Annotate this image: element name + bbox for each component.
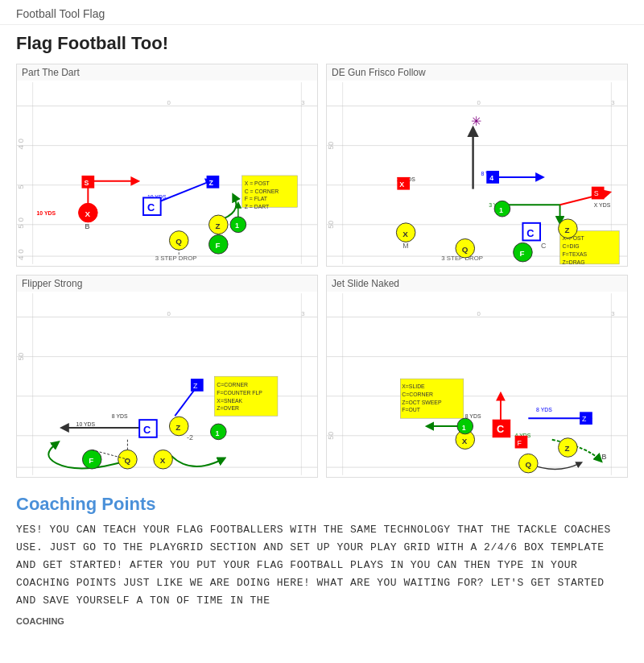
svg-text:5: 5 xyxy=(17,184,25,189)
svg-text:Q: Q xyxy=(462,245,469,254)
svg-text:50: 50 xyxy=(327,432,335,440)
svg-text:C: C xyxy=(497,423,504,435)
play-card-1: Part The Dart 4 0 5 5 0 4 0 0 3 xyxy=(16,64,318,267)
svg-text:-2: -2 xyxy=(187,433,193,441)
coaching-label: COACHING xyxy=(16,616,628,626)
svg-text:F: F xyxy=(89,456,93,465)
svg-text:X YDS: X YDS xyxy=(594,202,611,208)
svg-text:Z: Z xyxy=(564,226,569,234)
svg-text:Z: Z xyxy=(193,382,198,390)
svg-text:3 STEP DROP: 3 STEP DROP xyxy=(155,255,197,262)
svg-text:1: 1 xyxy=(499,206,503,214)
svg-text:8 YDS: 8 YDS xyxy=(112,413,128,419)
svg-text:B: B xyxy=(602,453,607,461)
play-card-4: Jet Slide Naked 0 3 50 X=SLIDE C=CORNE xyxy=(326,275,628,478)
svg-text:Z: Z xyxy=(582,415,587,423)
svg-text:X = POST: X = POST xyxy=(245,180,270,186)
svg-text:3: 3 xyxy=(301,310,305,317)
svg-text:0: 0 xyxy=(167,99,171,106)
plays-grid: Part The Dart 4 0 5 5 0 4 0 0 3 xyxy=(0,59,644,486)
svg-text:1: 1 xyxy=(235,222,239,230)
svg-text:✳: ✳ xyxy=(471,114,481,128)
svg-text:Q: Q xyxy=(124,456,130,465)
svg-text:M: M xyxy=(402,242,408,250)
svg-text:X: X xyxy=(402,230,408,238)
svg-text:X=SNEAK: X=SNEAK xyxy=(217,398,242,404)
svg-text:C = CORNER: C = CORNER xyxy=(245,189,279,194)
svg-text:X: X xyxy=(85,209,90,218)
svg-text:F=TEXAS: F=TEXAS xyxy=(563,251,588,257)
svg-text:F = FLAT: F = FLAT xyxy=(245,196,268,201)
play-title-1: Part The Dart xyxy=(17,64,317,81)
coaching-text: YES! YOU CAN TEACH YOUR FLAG FOOTBALLERS… xyxy=(16,521,628,610)
svg-text:X: X xyxy=(462,437,468,445)
play-title-2: DE Gun Frisco Follow xyxy=(327,64,627,81)
svg-text:50: 50 xyxy=(327,221,335,229)
svg-text:Z: Z xyxy=(564,444,569,453)
svg-text:C: C xyxy=(143,424,151,436)
svg-text:F=OUT: F=OUT xyxy=(402,407,420,412)
svg-text:X=SLIDE: X=SLIDE xyxy=(402,383,425,389)
svg-text:Z: Z xyxy=(209,179,214,187)
svg-text:C: C xyxy=(147,201,155,213)
field-2: 0 3 50 50 ✳ 10 YDS 8 YDS 3 YDS xyxy=(327,81,627,266)
svg-text:Z = DART: Z = DART xyxy=(245,204,270,209)
svg-text:4 0: 4 0 xyxy=(17,249,25,260)
field-4: 0 3 50 X=SLIDE C=CORNER Z=OCT SWEEP F=OU… xyxy=(327,292,627,477)
svg-text:3: 3 xyxy=(611,99,615,106)
play-card-3: Flipper Strong 0 3 50 C=CORNER F=COUNTER… xyxy=(16,275,318,478)
svg-text:C=CORNER: C=CORNER xyxy=(217,382,248,387)
svg-text:S: S xyxy=(84,179,89,187)
svg-text:10 YDS: 10 YDS xyxy=(37,210,56,216)
svg-text:3: 3 xyxy=(611,310,615,317)
header-title: Football Tool Flag xyxy=(16,7,105,20)
svg-text:1: 1 xyxy=(462,424,466,432)
svg-text:0: 0 xyxy=(167,310,171,317)
svg-text:Z=OVER: Z=OVER xyxy=(217,405,239,411)
svg-text:3: 3 xyxy=(301,99,305,106)
svg-text:8 YDS: 8 YDS xyxy=(465,413,481,419)
svg-text:X: X xyxy=(160,456,166,465)
svg-text:F: F xyxy=(518,439,522,447)
svg-text:Z: Z xyxy=(175,423,180,432)
svg-text:Z: Z xyxy=(215,222,220,230)
coaching-title: Coaching Points xyxy=(16,494,628,515)
play-card-2: DE Gun Frisco Follow 0 3 50 50 ✳ 10 YDS xyxy=(326,64,628,267)
svg-text:B: B xyxy=(85,222,89,230)
svg-text:C=CORNER: C=CORNER xyxy=(402,392,433,397)
svg-text:5 0: 5 0 xyxy=(17,218,25,229)
svg-text:50: 50 xyxy=(327,142,335,150)
field-1: 4 0 5 5 0 4 0 0 3 10 YDS X = POST C = CO… xyxy=(17,81,317,266)
svg-text:F: F xyxy=(520,249,525,258)
svg-text:F: F xyxy=(215,241,220,250)
coaching-section: Coaching Points YES! YOU CAN TEACH YOUR … xyxy=(0,486,644,634)
svg-rect-0 xyxy=(17,82,317,264)
svg-text:8 YDS: 8 YDS xyxy=(536,407,552,412)
svg-text:1: 1 xyxy=(215,429,219,437)
svg-text:Z=DRAG: Z=DRAG xyxy=(563,259,585,265)
field-3: 0 3 50 C=CORNER F=COUNTER FLP X=SNEAK Z=… xyxy=(17,292,317,477)
svg-text:4 0: 4 0 xyxy=(17,138,25,149)
svg-text:S: S xyxy=(594,189,599,197)
svg-text:C: C xyxy=(526,227,534,239)
svg-text:X: X xyxy=(399,180,404,189)
main-title: Flag Football Too! xyxy=(0,25,644,59)
svg-text:50: 50 xyxy=(17,353,25,361)
play-title-3: Flipper Strong xyxy=(17,276,317,292)
svg-text:10 YDS: 10 YDS xyxy=(76,421,96,427)
header: Football Tool Flag xyxy=(0,0,644,25)
svg-text:C=DIG: C=DIG xyxy=(563,243,580,249)
svg-text:C: C xyxy=(541,242,547,250)
svg-text:0: 0 xyxy=(477,310,481,317)
svg-text:Q: Q xyxy=(525,460,531,469)
svg-text:0: 0 xyxy=(477,99,481,106)
svg-text:F=COUNTER FLP: F=COUNTER FLP xyxy=(217,390,262,396)
svg-text:Z=OCT SWEEP: Z=OCT SWEEP xyxy=(402,400,442,405)
svg-text:4: 4 xyxy=(489,174,493,182)
play-title-4: Jet Slide Naked xyxy=(327,276,627,292)
svg-text:Q: Q xyxy=(175,237,182,246)
